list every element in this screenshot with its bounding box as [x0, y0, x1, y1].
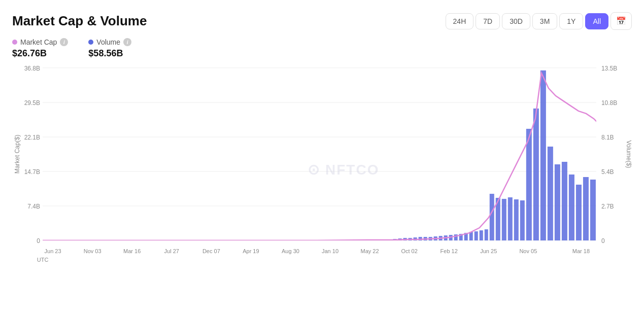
svg-text:Jun 25: Jun 25 [480, 248, 497, 254]
svg-rect-57 [502, 199, 506, 240]
market-cap-value: $26.76B [12, 48, 68, 59]
svg-text:Aug 30: Aug 30 [282, 248, 299, 254]
svg-rect-64 [548, 147, 553, 240]
svg-text:Mar 16: Mar 16 [123, 248, 141, 254]
btn-7d[interactable]: 7D [476, 13, 500, 29]
market-cap-info-icon[interactable]: i [60, 38, 68, 46]
svg-rect-58 [508, 197, 513, 240]
svg-rect-53 [480, 230, 483, 240]
svg-text:Volume($): Volume($) [625, 141, 632, 168]
svg-text:Jul 27: Jul 27 [164, 248, 179, 254]
market-cap-dot [12, 40, 17, 45]
legend-row: Market Cap i $26.76B Volume i $58.56B [12, 38, 632, 59]
svg-text:22.1B: 22.1B [24, 134, 40, 141]
header-row: Market Cap & Volume 24H 7D 30D 3M 1Y All… [12, 12, 632, 30]
svg-rect-54 [485, 229, 488, 240]
svg-rect-55 [490, 194, 494, 240]
svg-text:Dec 07: Dec 07 [202, 248, 220, 254]
svg-text:Market Cap($): Market Cap($) [14, 135, 21, 174]
svg-rect-68 [576, 185, 582, 240]
svg-text:Feb 12: Feb 12 [440, 248, 458, 254]
volume-dot [88, 40, 93, 45]
svg-text:0: 0 [601, 237, 605, 245]
volume-legend: Volume i $58.56B [88, 38, 131, 59]
svg-rect-60 [520, 200, 525, 240]
btn-all[interactable]: All [585, 13, 608, 29]
svg-text:Nov 03: Nov 03 [84, 248, 101, 254]
volume-value: $58.56B [88, 48, 131, 59]
svg-text:5.4B: 5.4B [601, 168, 614, 176]
chart-svg: 36.8B 29.5B 22.1B 14.7B 7.4B 0 13.5B 10.… [12, 63, 632, 276]
svg-text:Oct 02: Oct 02 [401, 248, 417, 254]
svg-text:Mar 18: Mar 18 [572, 248, 590, 254]
svg-rect-70 [590, 180, 596, 240]
svg-rect-69 [583, 177, 589, 240]
svg-text:May 22: May 22 [361, 248, 379, 254]
svg-rect-66 [562, 162, 567, 240]
volume-info-icon[interactable]: i [123, 38, 131, 46]
svg-text:UTC: UTC [37, 257, 49, 263]
svg-text:29.5B: 29.5B [24, 99, 40, 107]
svg-rect-61 [526, 129, 532, 240]
svg-text:Apr 19: Apr 19 [243, 248, 259, 254]
svg-text:Nov 05: Nov 05 [519, 248, 537, 254]
svg-rect-59 [514, 199, 519, 240]
svg-rect-52 [474, 231, 478, 240]
market-cap-legend: Market Cap i $26.76B [12, 38, 68, 59]
svg-text:36.8B: 36.8B [24, 65, 40, 72]
svg-rect-62 [533, 109, 539, 240]
svg-rect-67 [569, 175, 574, 240]
svg-text:Jun 23: Jun 23 [45, 248, 61, 254]
svg-text:0: 0 [37, 237, 40, 245]
volume-label: Volume [96, 38, 120, 46]
svg-text:13.5B: 13.5B [601, 65, 617, 72]
svg-text:14.7B: 14.7B [24, 168, 40, 176]
svg-rect-65 [555, 164, 560, 240]
chart-title: Market Cap & Volume [12, 13, 147, 29]
btn-24h[interactable]: 24H [446, 13, 474, 29]
chart-container: ⊙ NFTCO 36.8B 29.5B 22.1B 14.7B 7.4B 0 1… [12, 63, 632, 276]
svg-rect-0 [43, 68, 596, 240]
svg-text:10.8B: 10.8B [601, 99, 617, 107]
svg-text:2.7B: 2.7B [601, 203, 614, 210]
svg-rect-63 [540, 71, 546, 240]
svg-text:Jan 10: Jan 10 [322, 248, 338, 254]
market-cap-label: Market Cap [20, 38, 57, 46]
btn-1y[interactable]: 1Y [559, 13, 583, 29]
btn-3m[interactable]: 3M [532, 13, 557, 29]
svg-text:8.1B: 8.1B [601, 134, 614, 141]
time-buttons: 24H 7D 30D 3M 1Y All 📅 [446, 12, 632, 30]
btn-30d[interactable]: 30D [502, 13, 530, 29]
calendar-button[interactable]: 📅 [611, 12, 632, 30]
svg-text:7.4B: 7.4B [27, 203, 40, 210]
